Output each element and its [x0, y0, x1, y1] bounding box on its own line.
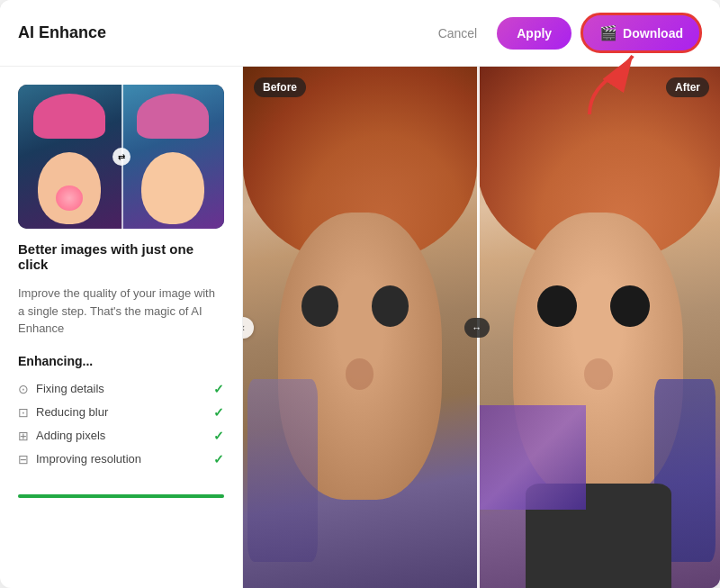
progress-bar-fill	[18, 494, 224, 498]
resolution-check: ✓	[213, 452, 224, 466]
left-panel: ⇄ Better images with just one click Impr…	[0, 67, 243, 588]
comparison-handle[interactable]: ↔	[464, 318, 490, 338]
fixing-check: ✓	[213, 382, 224, 396]
preview-handle: ⇄	[112, 148, 130, 166]
panel-title: Better images with just one click	[18, 241, 224, 272]
enhance-item-1: ⊙ Fixing details ✓	[18, 377, 224, 401]
preview-before-half	[18, 85, 122, 229]
progress-bar-container	[18, 494, 224, 498]
main-container: AI Enhance Cancel Apply 🎬 Download	[0, 0, 720, 588]
before-side	[243, 67, 477, 588]
fixing-icon: ⊙	[18, 382, 29, 396]
enhancing-section: Enhancing... ⊙ Fixing details ✓ ⊡ Reduci…	[18, 354, 224, 471]
download-label: Download	[623, 26, 683, 41]
right-panel: Before After ↔ ‹	[243, 67, 720, 588]
header: AI Enhance Cancel Apply 🎬 Download	[0, 0, 720, 67]
panel-description: Improve the quality of your image with a…	[18, 285, 224, 338]
enhancing-label: Enhancing...	[18, 354, 224, 368]
cancel-button[interactable]: Cancel	[428, 19, 489, 48]
preview-after-half	[122, 85, 225, 229]
blur-label: Reducing blur	[36, 405, 108, 419]
preview-image: ⇄	[18, 85, 224, 229]
download-button[interactable]: 🎬 Download	[580, 13, 702, 53]
enhance-item-2: ⊡ Reducing blur ✓	[18, 401, 224, 424]
resolution-label: Improving resolution	[36, 452, 141, 466]
fixing-label: Fixing details	[36, 382, 104, 395]
pixels-label: Adding pixels	[36, 429, 105, 442]
handle-icon: ↔	[472, 322, 482, 333]
resolution-icon: ⊟	[18, 452, 29, 466]
apply-button[interactable]: Apply	[497, 17, 572, 50]
blur-icon: ⊡	[18, 405, 29, 420]
body: ⇄ Better images with just one click Impr…	[0, 67, 720, 588]
header-actions: Cancel Apply 🎬 Download	[428, 13, 702, 53]
page-title: AI Enhance	[18, 23, 106, 42]
enhance-item-4: ⊟ Improving resolution ✓	[18, 448, 224, 471]
before-label: Before	[254, 77, 306, 97]
download-icon: 🎬	[599, 24, 617, 41]
comparison-container: Before After ↔ ‹	[243, 67, 720, 588]
pixels-check: ✓	[213, 429, 224, 443]
blur-check: ✓	[213, 405, 224, 420]
enhance-item-3: ⊞ Adding pixels ✓	[18, 424, 224, 448]
pixels-icon: ⊞	[18, 429, 29, 443]
after-label: After	[666, 77, 709, 97]
after-side	[477, 67, 720, 588]
